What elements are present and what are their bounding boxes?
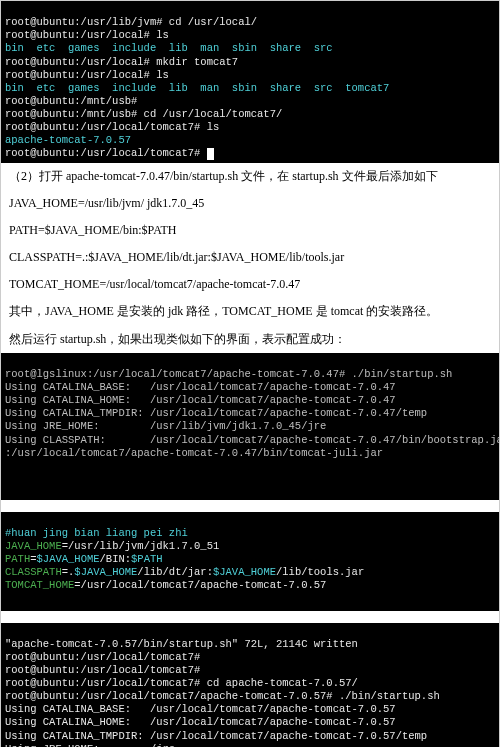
terminal-block-1: root@ubuntu:/usr/lib/jvm# cd /usr/local/… [1,1,499,163]
term-line: Using CATALINA_HOME: /usr/local/tomcat7/… [5,716,396,728]
term-line: apache-tomcat-7.0.57 [5,134,131,146]
config-path: PATH=$JAVA_HOME/bin:$PATH [1,217,499,244]
val: /lib/tools.jar [276,566,364,578]
term-line: Using CATALINA_HOME: /usr/local/tomcat7/… [5,394,396,406]
term-line: root@ubuntu:/usr/local# mkdir tomcat7 [5,56,238,68]
gap [1,611,499,623]
term-comment: #huan jing bian liang pei zhi [5,527,188,539]
ref: $JAVA_HOME [213,566,276,578]
term-line: root@ubuntu:/usr/local# ls [5,69,169,81]
term-line: Using JRE_HOME: /jre [5,743,175,747]
prompt: root@ubuntu:/usr/local/tomcat7# [5,147,200,159]
var: PATH [5,553,30,565]
term-line: root@ubuntu:/usr/local# ls [5,29,169,41]
term-line: Using CLASSPATH: /usr/local/tomcat7/apac… [5,434,499,446]
term-line: root@ubuntu:/usr/local/tomcat7# [5,664,200,676]
term-line: Using JRE_HOME: /usr/lib/jvm/jdk1.7.0_45… [5,420,326,432]
term-line: root@ubuntu:/usr/local/tomcat7# cd apach… [5,677,358,689]
term-line: root@lgslinux:/usr/local/tomcat7/apache-… [5,368,452,380]
paragraph-run-startup: 然后运行 startup.sh，如果出现类似如下的界面，表示配置成功： [1,326,499,353]
ref: $PATH [131,553,163,565]
term-line: root@ubuntu:/mnt/usb# cd /usr/local/tomc… [5,108,282,120]
terminal-block-2: root@lgslinux:/usr/local/tomcat7/apache-… [1,353,499,500]
term-line: root@ubuntu:/mnt/usb# [5,95,137,107]
term-line: Using CATALINA_TMPDIR: /usr/local/tomcat… [5,730,427,742]
gap [1,500,499,512]
var: CLASSPATH [5,566,62,578]
config-classpath: CLASSPATH=.:$JAVA_HOME/lib/dt.jar:$JAVA_… [1,244,499,271]
term-line: JAVA_HOME=/usr/lib/jvm/jdk1.7.0_51 [5,540,219,552]
val: /BIN: [100,553,132,565]
term-line: bin etc games include lib man sbin share… [5,82,389,94]
config-tomcat-home: TOMCAT_HOME=/usr/local/tomcat7/apache-to… [1,271,499,298]
term-line: PATH=$JAVA_HOME/BIN:$PATH [5,553,163,565]
term-line: root@ubuntu:/usr/local/tomcat7/apache-to… [5,690,440,702]
val: /lib/dt/jar: [137,566,213,578]
val: =. [62,566,75,578]
term-line: Using CATALINA_BASE: /usr/local/tomcat7/… [5,703,396,715]
cursor-icon [207,148,214,160]
terminal-block-4: "apache-tomcat-7.0.57/bin/startup.sh" 72… [1,623,499,747]
ref: $JAVA_HOME [74,566,137,578]
val: =/usr/local/tomcat7/apache-tomcat-7.0.57 [74,579,326,591]
term-line: Using CATALINA_TMPDIR: /usr/local/tomcat… [5,407,427,419]
term-line: :/usr/local/tomcat7/apache-tomcat-7.0.47… [5,447,383,459]
term-line: TOMCAT_HOME=/usr/local/tomcat7/apache-to… [5,579,326,591]
term-line: root@ubuntu:/usr/local/tomcat7# [5,147,214,159]
val: =/usr/lib/jvm/jdk1.7.0_51 [62,540,220,552]
term-line: CLASSPATH=.$JAVA_HOME/lib/dt/jar:$JAVA_H… [5,566,364,578]
ref: $JAVA_HOME [37,553,100,565]
term-line: root@ubuntu:/usr/lib/jvm# cd /usr/local/ [5,16,257,28]
var: TOMCAT_HOME [5,579,74,591]
var: JAVA_HOME [5,540,62,552]
config-java-home: JAVA_HOME=/usr/lib/jvm/ jdk1.7.0_45 [1,190,499,217]
paragraph-explain-paths: 其中，JAVA_HOME 是安装的 jdk 路径，TOMCAT_HOME 是 t… [1,298,499,325]
term-line: root@ubuntu:/usr/local/tomcat7# ls [5,121,219,133]
paragraph-open-startup: （2）打开 apache-tomcat-7.0.47/bin/startup.s… [1,163,499,190]
term-line: bin etc games include lib man sbin share… [5,42,333,54]
term-line: Using CATALINA_BASE: /usr/local/tomcat7/… [5,381,396,393]
term-line: "apache-tomcat-7.0.57/bin/startup.sh" 72… [5,638,358,650]
terminal-block-3: #huan jing bian liang pei zhi JAVA_HOME=… [1,512,499,611]
term-line: root@ubuntu:/usr/local/tomcat7# [5,651,200,663]
